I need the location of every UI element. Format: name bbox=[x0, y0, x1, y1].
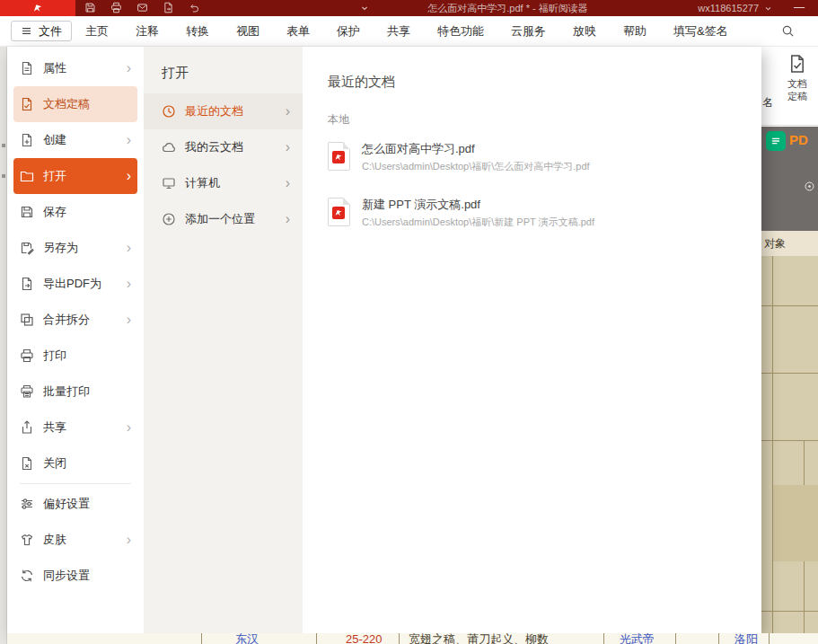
file-menu-item-save[interactable]: 保存 bbox=[13, 194, 137, 230]
table-border bbox=[772, 256, 773, 633]
menu-tab-4[interactable]: 表单 bbox=[273, 16, 323, 46]
open-panel-item-label: 添加一个位置 bbox=[185, 211, 286, 227]
table-border bbox=[603, 633, 604, 644]
document-finalize-ribbon-button[interactable]: 文档 定稿 bbox=[779, 54, 815, 102]
file-menu-item-close[interactable]: 关闭 bbox=[13, 446, 137, 481]
recent-file-row[interactable]: 新建 PPT 演示文稿.pdfC:\Users\admin\Desktop\福昕… bbox=[328, 185, 740, 241]
open-panel-item-label: 最近的文档 bbox=[185, 103, 286, 119]
recent-documents-panel: 最近的文档 本地 怎么面对高中学习.pdfC:\Users\admin\Desk… bbox=[303, 47, 761, 633]
file-menu-item-preferences[interactable]: 偏好设置 bbox=[13, 486, 137, 522]
quick-access-toolbar bbox=[84, 2, 200, 13]
print-icon bbox=[20, 348, 34, 363]
file-name: 新建 PPT 演示文稿.pdf bbox=[362, 198, 594, 212]
file-menu-item-share[interactable]: 共享› bbox=[13, 410, 137, 446]
account-chevron-icon[interactable] bbox=[763, 4, 773, 13]
closefile-icon bbox=[20, 456, 34, 471]
file-menu-item-save-as[interactable]: 另存为› bbox=[13, 230, 137, 266]
recent-section-label: 本地 bbox=[328, 113, 740, 126]
file-menu-button-label: 文件 bbox=[39, 23, 62, 40]
nav-sidebar-fragment bbox=[0, 47, 7, 644]
menu-tab-7[interactable]: 特色功能 bbox=[424, 16, 497, 46]
menu-tab-0[interactable]: 主页 bbox=[72, 16, 122, 46]
account-name[interactable]: wx118615277 bbox=[698, 0, 759, 16]
file-menu-item-label: 打印 bbox=[43, 348, 131, 364]
object-panel-label: 对象 bbox=[764, 236, 786, 251]
submenu-arrow-icon: › bbox=[286, 176, 290, 190]
doc-cell-years: 25-220 bbox=[346, 633, 382, 644]
doc-cell-capital: 洛阳 bbox=[734, 633, 758, 644]
file-menu-item-sync-settings[interactable]: 同步设置 bbox=[13, 558, 137, 594]
open-panel-item-recent[interactable]: 最近的文档› bbox=[144, 93, 303, 129]
file-menu-item-open[interactable]: 打开› bbox=[13, 158, 137, 194]
minimize-button[interactable]: — bbox=[789, 0, 809, 16]
open-panel-item-computer[interactable]: 计算机› bbox=[144, 165, 303, 201]
table-border bbox=[761, 373, 818, 374]
pdf-service-badge[interactable] bbox=[766, 131, 786, 151]
file-menu-item-label: 属性 bbox=[43, 60, 123, 76]
save-icon[interactable] bbox=[84, 2, 96, 13]
pdf-file-icon bbox=[328, 198, 350, 226]
file-info: 怎么面对高中学习.pdfC:\Users\admin\Desktop\福昕\怎么… bbox=[362, 142, 590, 172]
file-menu-button[interactable]: 文件 bbox=[11, 21, 72, 41]
open-panel-item-add-location[interactable]: 添加一个位置› bbox=[144, 201, 303, 237]
undo-icon[interactable] bbox=[189, 2, 200, 13]
bird-icon bbox=[334, 153, 343, 162]
save-icon bbox=[20, 205, 34, 219]
file-menu-item-properties[interactable]: 属性› bbox=[13, 50, 137, 86]
file-menu-item-label: 打开 bbox=[43, 168, 123, 184]
file-menu-item-label: 导出PDF为 bbox=[43, 276, 123, 292]
file-menu-item-skin[interactable]: 皮肤› bbox=[13, 522, 137, 558]
page-fold bbox=[343, 198, 350, 205]
menu-tab-2[interactable]: 转换 bbox=[172, 16, 223, 46]
menu-tab-5[interactable]: 保护 bbox=[323, 16, 374, 46]
doc-cell-dynasty: 东汉 bbox=[235, 633, 259, 644]
file-path: C:\Users\admin\Desktop\福昕\怎么面对高中学习.pdf bbox=[362, 161, 590, 172]
menu-tab-1[interactable]: 注释 bbox=[122, 16, 172, 46]
search-icon[interactable] bbox=[781, 24, 795, 38]
file-menu-item-merge-split[interactable]: 合并拆分› bbox=[13, 302, 137, 338]
file-menu-item-label: 皮肤 bbox=[43, 532, 123, 548]
file-menu-item-export-pdf[interactable]: 导出PDF为› bbox=[13, 266, 137, 302]
document-page-bottom-strip: 东汉 25-220 宽翅之稿、莆刀起义、柳数 光武帝 洛阳 bbox=[7, 633, 818, 644]
file-menu-item-print[interactable]: 打印 bbox=[13, 338, 137, 374]
recent-file-row[interactable]: 怎么面对高中学习.pdfC:\Users\admin\Desktop\福昕\怎么… bbox=[328, 129, 740, 185]
menu-tab-8[interactable]: 云服务 bbox=[497, 16, 559, 46]
doc-check-icon bbox=[787, 54, 807, 74]
pdf-service-label: PD bbox=[789, 132, 808, 147]
file-menu-item-create[interactable]: 创建› bbox=[13, 122, 137, 158]
saveas-icon bbox=[20, 241, 34, 255]
table-border bbox=[761, 611, 818, 612]
export-icon[interactable] bbox=[163, 2, 174, 13]
open-panel: 打开 最近的文档›我的云文档›计算机›添加一个位置› bbox=[144, 47, 303, 633]
file-menu-item-batch-print[interactable]: 批量打印 bbox=[13, 374, 137, 410]
open-panel-item-cloud[interactable]: 我的云文档› bbox=[144, 129, 303, 165]
circle-dot-icon[interactable] bbox=[804, 181, 815, 192]
app-logo[interactable] bbox=[0, 0, 75, 16]
file-menu-item-label: 同步设置 bbox=[43, 568, 131, 584]
share-icon bbox=[20, 420, 34, 435]
submenu-arrow-icon: › bbox=[127, 420, 131, 435]
menu-tab-9[interactable]: 放映 bbox=[559, 16, 610, 46]
print-icon[interactable] bbox=[110, 2, 122, 13]
properties-icon bbox=[20, 61, 34, 75]
menu-tab-10[interactable]: 帮助 bbox=[610, 16, 660, 46]
foxit-emblem-icon bbox=[332, 151, 345, 163]
computer-icon bbox=[162, 176, 176, 190]
app-background-right: 名 文档 定稿 PD 对象 bbox=[761, 47, 818, 633]
foxit-logo-icon bbox=[32, 3, 43, 13]
ribbon-fragment: 名 文档 定稿 bbox=[761, 47, 818, 126]
ribbon-partial-label: 名 bbox=[762, 95, 773, 110]
menu-tab-3[interactable]: 视图 bbox=[223, 16, 273, 46]
mail-icon[interactable] bbox=[136, 2, 148, 13]
submenu-arrow-icon: › bbox=[127, 61, 131, 75]
finalize-icon bbox=[20, 97, 34, 111]
file-menu-item-label: 创建 bbox=[43, 132, 123, 148]
file-menu-item-finalize[interactable]: 文档定稿 bbox=[13, 86, 137, 122]
sidebar-icon-fragment bbox=[2, 144, 5, 147]
menu-tab-11[interactable]: 填写&签名 bbox=[660, 16, 742, 46]
pdf-file-icon bbox=[328, 142, 350, 171]
submenu-arrow-icon: › bbox=[127, 313, 131, 327]
open-panel-item-label: 计算机 bbox=[185, 175, 286, 191]
menu-tab-6[interactable]: 共享 bbox=[374, 16, 424, 46]
submenu-arrow-icon: › bbox=[127, 277, 131, 291]
